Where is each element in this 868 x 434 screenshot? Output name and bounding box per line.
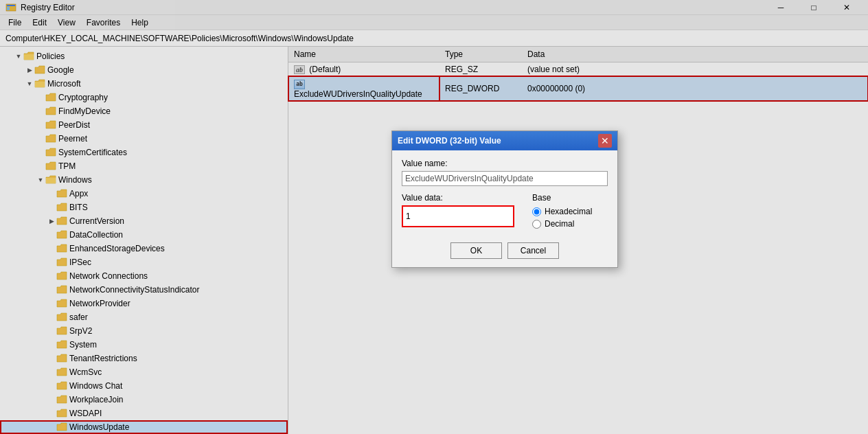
cancel-button[interactable]: Cancel (507, 242, 559, 259)
radio-decimal-label: Decimal (545, 219, 574, 229)
radio-hexadecimal[interactable]: Hexadecimal (532, 207, 608, 216)
value-data-label: Value data: (402, 193, 525, 203)
dialog-title: Edit DWORD (32-bit) Value (398, 136, 501, 146)
radio-decimal[interactable]: Decimal (532, 219, 608, 229)
radio-decimal-input[interactable] (532, 220, 541, 229)
value-name-input[interactable] (402, 171, 608, 186)
dialog-close-button[interactable]: ✕ (598, 134, 612, 148)
dialog-body: Value name: Value data: Base Hexadecimal (392, 150, 617, 267)
dialog-titlebar: Edit DWORD (32-bit) Value ✕ (392, 131, 617, 150)
dialog-buttons: OK Cancel (402, 242, 608, 259)
modal-input-row: Value data: Base Hexadecimal Decimal (402, 193, 608, 231)
ok-button[interactable]: OK (450, 242, 502, 259)
modal-overlay: Edit DWORD (32-bit) Value ✕ Value name: … (0, 0, 868, 434)
base-title: Base (532, 193, 608, 203)
modal-data-section: Value data: (402, 193, 525, 227)
edit-dword-dialog: Edit DWORD (32-bit) Value ✕ Value name: … (391, 130, 618, 268)
radio-hexadecimal-input[interactable] (532, 207, 541, 216)
value-name-label: Value name: (402, 159, 608, 168)
radio-hexadecimal-label: Hexadecimal (545, 207, 592, 216)
value-data-wrapper (402, 205, 514, 227)
modal-base-section: Base Hexadecimal Decimal (532, 193, 608, 231)
value-data-input[interactable] (403, 207, 513, 226)
